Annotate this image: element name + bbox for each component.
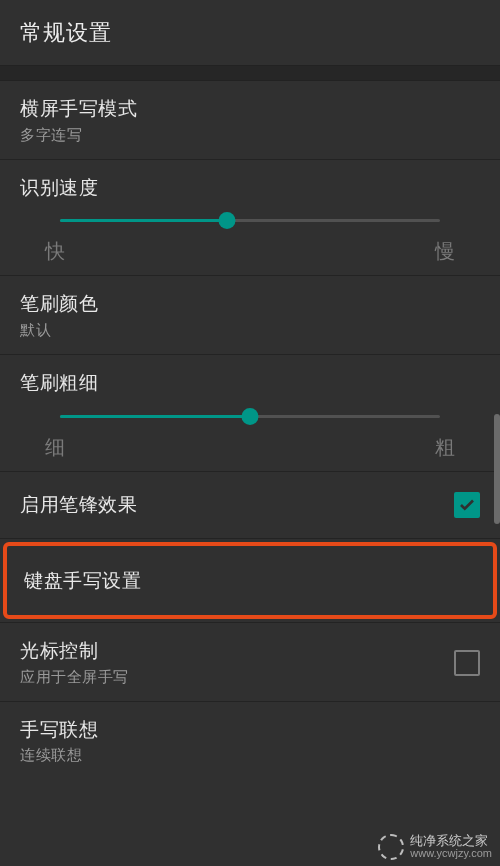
item-title: 笔刷粗细: [20, 370, 480, 396]
checkbox-stroke-effect[interactable]: [454, 492, 480, 518]
slider-labels: 细 粗: [20, 428, 480, 461]
slider-labels: 快 慢: [20, 232, 480, 265]
item-title: 键盘手写设置: [24, 568, 476, 594]
slider-label-right: 慢: [435, 238, 455, 265]
scrollbar[interactable]: [494, 414, 500, 524]
item-title: 光标控制: [20, 638, 129, 664]
item-keyboard-handwrite[interactable]: 键盘手写设置: [3, 542, 497, 620]
slider-fill: [60, 415, 250, 418]
slider-thumb[interactable]: [242, 408, 259, 425]
item-title: 启用笔锋效果: [20, 492, 137, 518]
item-cursor-control[interactable]: 光标控制 应用于全屏手写: [0, 622, 500, 702]
item-subtitle: 默认: [20, 321, 480, 340]
item-subtitle: 多字连写: [20, 126, 480, 145]
check-icon: [458, 496, 476, 514]
slider-label-right: 粗: [435, 434, 455, 461]
item-title: 识别速度: [20, 175, 480, 201]
item-title: 笔刷颜色: [20, 291, 480, 317]
item-brush-size: 笔刷粗细 细 粗: [0, 355, 500, 472]
speed-slider[interactable]: [60, 208, 440, 232]
slider-label-left: 细: [45, 434, 65, 461]
item-title: 横屏手写模式: [20, 96, 480, 122]
item-brush-color[interactable]: 笔刷颜色 默认: [0, 276, 500, 355]
header: 常规设置: [0, 0, 500, 65]
slider-thumb[interactable]: [219, 212, 236, 229]
section-divider: [0, 65, 500, 81]
item-subtitle: 连续联想: [20, 746, 480, 765]
item-landscape-mode[interactable]: 横屏手写模式 多字连写: [0, 81, 500, 160]
size-slider[interactable]: [60, 404, 440, 428]
page-title: 常规设置: [20, 18, 112, 48]
slider-label-left: 快: [45, 238, 65, 265]
item-title: 手写联想: [20, 717, 480, 743]
item-stroke-effect[interactable]: 启用笔锋效果: [0, 472, 500, 539]
watermark: 纯净系统之家 www.ycwjzy.com: [378, 834, 492, 860]
watermark-logo-icon: [378, 834, 404, 860]
item-subtitle: 应用于全屏手写: [20, 668, 129, 687]
item-handwrite-association[interactable]: 手写联想 连续联想: [0, 702, 500, 780]
item-recognition-speed: 识别速度 快 慢: [0, 160, 500, 277]
watermark-title: 纯净系统之家: [410, 834, 492, 848]
slider-fill: [60, 219, 227, 222]
checkbox-cursor-control[interactable]: [454, 650, 480, 676]
watermark-url: www.ycwjzy.com: [410, 848, 492, 860]
